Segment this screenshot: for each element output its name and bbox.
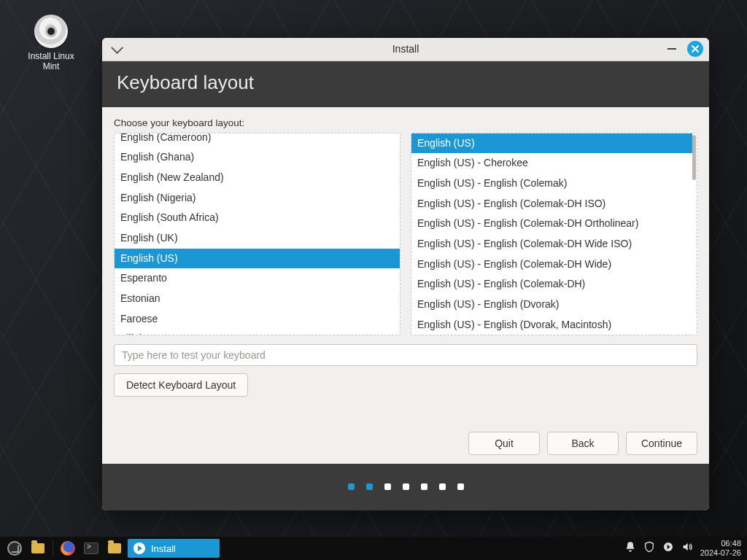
desktop-icon-label: Install Linux Mint [28, 51, 74, 71]
file-manager-button[interactable] [104, 539, 125, 558]
window-minimize-button[interactable] [662, 39, 681, 58]
taskbar[interactable]: Install 06:48 2024-07-26 [0, 537, 747, 560]
desktop-icon-install-linux-mint[interactable]: Install Linux Mint [22, 15, 80, 71]
quit-button[interactable]: Quit [468, 432, 540, 455]
list-item[interactable]: English (US) - English (Colemak-DH ISO) [411, 194, 692, 214]
step-dot [439, 483, 446, 490]
installer-window: Install Keyboard layout Choose your keyb… [102, 38, 709, 510]
step-dot [384, 483, 391, 490]
files-button[interactable] [28, 539, 48, 558]
list-item[interactable]: English (US) - English (Colemak-DH) [411, 274, 692, 295]
window-title: Install [102, 43, 709, 55]
step-dot [348, 483, 355, 490]
list-item[interactable]: English (US) - English (Colemak-DH Wide) [411, 254, 692, 275]
list-item[interactable]: English (UK) [115, 228, 400, 249]
firefox-button[interactable] [58, 539, 78, 558]
terminal-icon [84, 542, 98, 554]
minimize-icon [667, 48, 676, 50]
list-item[interactable]: English (New Zealand) [115, 168, 400, 188]
window-close-button[interactable] [687, 41, 703, 57]
step-dot [457, 483, 464, 490]
back-button[interactable]: Back [547, 432, 619, 455]
menu-button[interactable] [4, 539, 25, 558]
shield-icon [643, 541, 655, 553]
scrollbar-thumb[interactable] [692, 135, 696, 180]
list-item[interactable]: Faroese [115, 309, 400, 330]
list-item[interactable]: Estonian [115, 289, 400, 309]
list-item[interactable]: English (US) - English (Colemak) [411, 174, 692, 194]
list-item[interactable]: English (US) [115, 249, 400, 269]
list-item[interactable]: English (Ghana) [115, 147, 400, 168]
clock-date: 2024-07-26 [700, 548, 741, 558]
detect-keyboard-layout-button[interactable]: Detect Keyboard Layout [114, 373, 248, 397]
list-item[interactable]: English (US) - English (Dvorak) [411, 295, 692, 315]
list-item[interactable]: English (Nigeria) [115, 188, 400, 209]
titlebar[interactable]: Install [102, 38, 709, 61]
step-dot [421, 483, 427, 490]
continue-button[interactable]: Continue [626, 432, 697, 455]
power-button[interactable] [662, 541, 674, 556]
progress-steps [102, 464, 709, 510]
system-tray: 06:48 2024-07-26 [624, 539, 743, 557]
list-item[interactable]: Filipino [115, 329, 400, 335]
list-item[interactable]: English (South Africa) [115, 208, 400, 228]
volume-icon [681, 541, 693, 553]
titlebar-back-button[interactable] [108, 39, 128, 59]
variant-scrollbar[interactable] [692, 133, 697, 335]
list-item[interactable]: English (Cameroon) [115, 133, 400, 148]
step-dot [366, 483, 373, 490]
app-running-icon [133, 542, 145, 554]
close-icon [691, 44, 700, 53]
list-item[interactable]: English (US) [411, 133, 692, 154]
layout-variant-list[interactable]: English (US)English (US) - CherokeeEngli… [411, 133, 697, 335]
clock[interactable]: 06:48 2024-07-26 [700, 539, 743, 557]
list-item[interactable]: English (US) - Cherokee [411, 153, 692, 174]
tray-shield-button[interactable] [643, 541, 655, 556]
page-heading: Keyboard layout [102, 61, 709, 107]
taskbar-item-install[interactable]: Install [128, 539, 220, 558]
clock-time: 06:48 [700, 539, 741, 548]
terminal-button[interactable] [81, 539, 101, 558]
taskbar-divider [53, 540, 53, 556]
taskbar-item-label: Install [151, 543, 176, 554]
content-area: Choose your keyboard layout: English (Ca… [102, 107, 709, 464]
nav-buttons: Quit Back Continue [114, 432, 697, 455]
list-item[interactable]: English (US) - English (Colemak-DH Ortho… [411, 214, 692, 234]
list-item[interactable]: English (US) - English (Dvorak, Macintos… [411, 315, 692, 335]
test-keyboard-input[interactable] [114, 344, 697, 366]
notifications-button[interactable] [624, 541, 636, 556]
folder-icon [108, 543, 121, 553]
prompt-label: Choose your keyboard layout: [114, 117, 697, 128]
list-item[interactable]: Esperanto [115, 268, 400, 289]
list-item[interactable]: English (US) - English (Colemak-DH Wide … [411, 234, 692, 254]
step-dot [403, 483, 409, 490]
power-icon [662, 541, 674, 553]
layout-language-list[interactable]: English (Cameroon)English (Ghana)English… [114, 133, 400, 335]
bell-icon [624, 541, 636, 553]
firefox-icon [61, 541, 75, 556]
chevron-down-icon [111, 42, 123, 54]
disc-icon [34, 15, 68, 48]
folder-icon [31, 543, 44, 553]
volume-button[interactable] [681, 541, 693, 556]
mint-logo-icon [7, 541, 22, 556]
